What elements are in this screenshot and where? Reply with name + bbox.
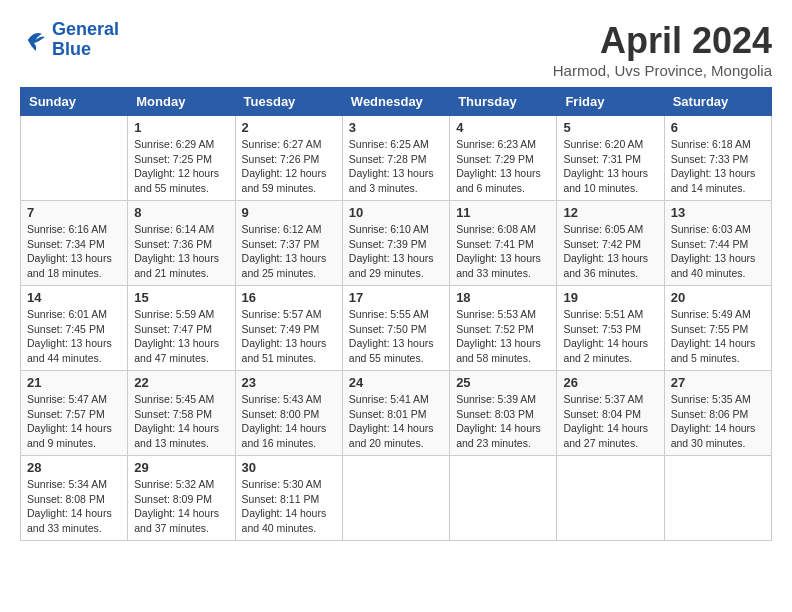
cell-info: Sunrise: 5:53 AMSunset: 7:52 PMDaylight:… <box>456 307 550 366</box>
calendar-cell: 5Sunrise: 6:20 AMSunset: 7:31 PMDaylight… <box>557 116 664 201</box>
cell-info: Sunrise: 6:12 AMSunset: 7:37 PMDaylight:… <box>242 222 336 281</box>
page-header: General Blue April 2024 Harmod, Uvs Prov… <box>20 20 772 79</box>
day-number: 30 <box>242 460 336 475</box>
calendar-week-1: 1Sunrise: 6:29 AMSunset: 7:25 PMDaylight… <box>21 116 772 201</box>
day-number: 17 <box>349 290 443 305</box>
cell-info: Sunrise: 6:01 AMSunset: 7:45 PMDaylight:… <box>27 307 121 366</box>
calendar-week-4: 21Sunrise: 5:47 AMSunset: 7:57 PMDayligh… <box>21 371 772 456</box>
month-title: April 2024 <box>553 20 772 62</box>
day-number: 29 <box>134 460 228 475</box>
calendar-cell: 25Sunrise: 5:39 AMSunset: 8:03 PMDayligh… <box>450 371 557 456</box>
logo-text: General Blue <box>52 20 119 60</box>
calendar-cell <box>557 456 664 541</box>
calendar-cell: 17Sunrise: 5:55 AMSunset: 7:50 PMDayligh… <box>342 286 449 371</box>
day-number: 1 <box>134 120 228 135</box>
day-number: 3 <box>349 120 443 135</box>
header-friday: Friday <box>557 88 664 116</box>
cell-info: Sunrise: 6:08 AMSunset: 7:41 PMDaylight:… <box>456 222 550 281</box>
calendar-week-5: 28Sunrise: 5:34 AMSunset: 8:08 PMDayligh… <box>21 456 772 541</box>
calendar-cell: 13Sunrise: 6:03 AMSunset: 7:44 PMDayligh… <box>664 201 771 286</box>
calendar-cell: 4Sunrise: 6:23 AMSunset: 7:29 PMDaylight… <box>450 116 557 201</box>
calendar-cell: 19Sunrise: 5:51 AMSunset: 7:53 PMDayligh… <box>557 286 664 371</box>
cell-info: Sunrise: 5:49 AMSunset: 7:55 PMDaylight:… <box>671 307 765 366</box>
calendar-cell: 15Sunrise: 5:59 AMSunset: 7:47 PMDayligh… <box>128 286 235 371</box>
calendar-cell: 12Sunrise: 6:05 AMSunset: 7:42 PMDayligh… <box>557 201 664 286</box>
header-wednesday: Wednesday <box>342 88 449 116</box>
calendar-header-row: SundayMondayTuesdayWednesdayThursdayFrid… <box>21 88 772 116</box>
day-number: 19 <box>563 290 657 305</box>
calendar-cell: 16Sunrise: 5:57 AMSunset: 7:49 PMDayligh… <box>235 286 342 371</box>
cell-info: Sunrise: 5:51 AMSunset: 7:53 PMDaylight:… <box>563 307 657 366</box>
day-number: 4 <box>456 120 550 135</box>
cell-info: Sunrise: 5:43 AMSunset: 8:00 PMDaylight:… <box>242 392 336 451</box>
cell-info: Sunrise: 5:32 AMSunset: 8:09 PMDaylight:… <box>134 477 228 536</box>
calendar-cell: 29Sunrise: 5:32 AMSunset: 8:09 PMDayligh… <box>128 456 235 541</box>
day-number: 2 <box>242 120 336 135</box>
cell-info: Sunrise: 6:05 AMSunset: 7:42 PMDaylight:… <box>563 222 657 281</box>
cell-info: Sunrise: 5:47 AMSunset: 7:57 PMDaylight:… <box>27 392 121 451</box>
calendar-cell: 3Sunrise: 6:25 AMSunset: 7:28 PMDaylight… <box>342 116 449 201</box>
header-tuesday: Tuesday <box>235 88 342 116</box>
calendar-cell: 26Sunrise: 5:37 AMSunset: 8:04 PMDayligh… <box>557 371 664 456</box>
header-saturday: Saturday <box>664 88 771 116</box>
day-number: 9 <box>242 205 336 220</box>
day-number: 10 <box>349 205 443 220</box>
cell-info: Sunrise: 5:37 AMSunset: 8:04 PMDaylight:… <box>563 392 657 451</box>
cell-info: Sunrise: 5:39 AMSunset: 8:03 PMDaylight:… <box>456 392 550 451</box>
location: Harmod, Uvs Province, Mongolia <box>553 62 772 79</box>
day-number: 24 <box>349 375 443 390</box>
calendar-cell: 10Sunrise: 6:10 AMSunset: 7:39 PMDayligh… <box>342 201 449 286</box>
calendar-cell: 9Sunrise: 6:12 AMSunset: 7:37 PMDaylight… <box>235 201 342 286</box>
cell-info: Sunrise: 5:30 AMSunset: 8:11 PMDaylight:… <box>242 477 336 536</box>
cell-info: Sunrise: 6:25 AMSunset: 7:28 PMDaylight:… <box>349 137 443 196</box>
cell-info: Sunrise: 5:41 AMSunset: 8:01 PMDaylight:… <box>349 392 443 451</box>
cell-info: Sunrise: 6:18 AMSunset: 7:33 PMDaylight:… <box>671 137 765 196</box>
day-number: 25 <box>456 375 550 390</box>
header-sunday: Sunday <box>21 88 128 116</box>
day-number: 18 <box>456 290 550 305</box>
calendar-cell: 21Sunrise: 5:47 AMSunset: 7:57 PMDayligh… <box>21 371 128 456</box>
calendar-cell: 28Sunrise: 5:34 AMSunset: 8:08 PMDayligh… <box>21 456 128 541</box>
cell-info: Sunrise: 6:03 AMSunset: 7:44 PMDaylight:… <box>671 222 765 281</box>
cell-info: Sunrise: 6:27 AMSunset: 7:26 PMDaylight:… <box>242 137 336 196</box>
calendar-cell: 20Sunrise: 5:49 AMSunset: 7:55 PMDayligh… <box>664 286 771 371</box>
calendar-cell: 18Sunrise: 5:53 AMSunset: 7:52 PMDayligh… <box>450 286 557 371</box>
day-number: 16 <box>242 290 336 305</box>
calendar-cell: 11Sunrise: 6:08 AMSunset: 7:41 PMDayligh… <box>450 201 557 286</box>
day-number: 14 <box>27 290 121 305</box>
day-number: 12 <box>563 205 657 220</box>
calendar-week-3: 14Sunrise: 6:01 AMSunset: 7:45 PMDayligh… <box>21 286 772 371</box>
logo-icon <box>20 26 48 54</box>
calendar-cell: 27Sunrise: 5:35 AMSunset: 8:06 PMDayligh… <box>664 371 771 456</box>
cell-info: Sunrise: 6:14 AMSunset: 7:36 PMDaylight:… <box>134 222 228 281</box>
calendar-cell: 8Sunrise: 6:14 AMSunset: 7:36 PMDaylight… <box>128 201 235 286</box>
cell-info: Sunrise: 6:10 AMSunset: 7:39 PMDaylight:… <box>349 222 443 281</box>
cell-info: Sunrise: 6:23 AMSunset: 7:29 PMDaylight:… <box>456 137 550 196</box>
calendar-cell: 14Sunrise: 6:01 AMSunset: 7:45 PMDayligh… <box>21 286 128 371</box>
calendar-cell <box>342 456 449 541</box>
calendar-cell <box>450 456 557 541</box>
day-number: 8 <box>134 205 228 220</box>
cell-info: Sunrise: 6:16 AMSunset: 7:34 PMDaylight:… <box>27 222 121 281</box>
day-number: 27 <box>671 375 765 390</box>
day-number: 21 <box>27 375 121 390</box>
cell-info: Sunrise: 5:34 AMSunset: 8:08 PMDaylight:… <box>27 477 121 536</box>
calendar-cell: 24Sunrise: 5:41 AMSunset: 8:01 PMDayligh… <box>342 371 449 456</box>
calendar-cell <box>21 116 128 201</box>
calendar-cell: 23Sunrise: 5:43 AMSunset: 8:00 PMDayligh… <box>235 371 342 456</box>
header-thursday: Thursday <box>450 88 557 116</box>
day-number: 5 <box>563 120 657 135</box>
cell-info: Sunrise: 5:35 AMSunset: 8:06 PMDaylight:… <box>671 392 765 451</box>
day-number: 13 <box>671 205 765 220</box>
cell-info: Sunrise: 5:57 AMSunset: 7:49 PMDaylight:… <box>242 307 336 366</box>
logo: General Blue <box>20 20 119 60</box>
calendar-cell: 2Sunrise: 6:27 AMSunset: 7:26 PMDaylight… <box>235 116 342 201</box>
cell-info: Sunrise: 5:45 AMSunset: 7:58 PMDaylight:… <box>134 392 228 451</box>
calendar-week-2: 7Sunrise: 6:16 AMSunset: 7:34 PMDaylight… <box>21 201 772 286</box>
day-number: 20 <box>671 290 765 305</box>
day-number: 15 <box>134 290 228 305</box>
calendar-table: SundayMondayTuesdayWednesdayThursdayFrid… <box>20 87 772 541</box>
cell-info: Sunrise: 5:55 AMSunset: 7:50 PMDaylight:… <box>349 307 443 366</box>
calendar-cell <box>664 456 771 541</box>
calendar-cell: 7Sunrise: 6:16 AMSunset: 7:34 PMDaylight… <box>21 201 128 286</box>
